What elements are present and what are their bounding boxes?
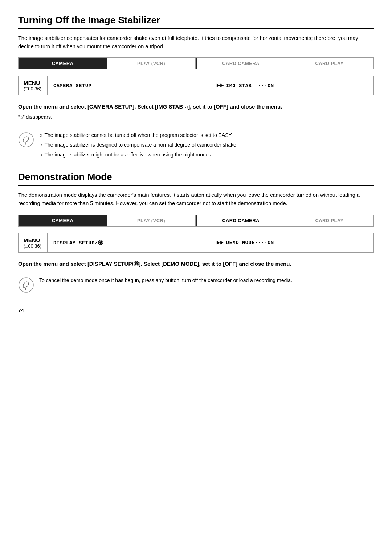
menu-item2-2-text: DEMO MODE····ON bbox=[226, 240, 274, 245]
menu-item2-2: ►► DEMO MODE····ON bbox=[211, 233, 374, 252]
note-icon-1 bbox=[18, 132, 34, 148]
menu-label-1: MENU (□00 36) bbox=[19, 76, 48, 95]
section1-intro: The image stabilizer compensates for cam… bbox=[18, 34, 374, 51]
mode-play-vcr-1: PLAY (VCR) bbox=[107, 58, 196, 69]
menu-arrow-1: ►► bbox=[217, 82, 224, 89]
bullet-2: ○ bbox=[39, 141, 42, 149]
section2-title: Demonstration Mode bbox=[18, 171, 374, 186]
menu-item1-1: CAMERA SETUP bbox=[48, 76, 211, 95]
mode-card-camera-2: CARD CAMERA bbox=[197, 215, 285, 226]
bullet-3: ○ bbox=[39, 151, 42, 159]
menu-arrow-2: ►► bbox=[217, 240, 224, 246]
note-text-1: The image stabilizer cannot be turned of… bbox=[44, 131, 233, 139]
menu-word-1: MENU bbox=[24, 80, 42, 86]
note-text-3: The image stabilizer might not be as eff… bbox=[44, 151, 212, 159]
mode-camera-2: CAMERA bbox=[19, 215, 107, 226]
mode-card-play-1: CARD PLAY bbox=[285, 58, 373, 69]
section2-menu-row: MENU (□00 36) DISPLAY SETUP/ⓔ ►► DEMO MO… bbox=[18, 233, 374, 253]
page-number: 74 bbox=[18, 307, 374, 313]
section2-instruction: Open the menu and select [DISPLAY SETUP/… bbox=[18, 260, 374, 268]
mode-play-vcr-2: PLAY (VCR) bbox=[107, 215, 196, 226]
svg-point-0 bbox=[19, 133, 33, 147]
note-item-3: ○ The image stabilizer might not be as e… bbox=[39, 151, 238, 159]
note-icon-2 bbox=[18, 277, 34, 293]
note-item-1: ○ The image stabilizer cannot be turned … bbox=[39, 131, 238, 139]
mode-camera-1: CAMERA bbox=[19, 58, 107, 69]
note-text-2: The image stabilizer is designed to comp… bbox=[44, 141, 237, 149]
menu-item1-2: DISPLAY SETUP/ⓔ bbox=[48, 233, 211, 252]
section2-intro: The demonstration mode displays the camc… bbox=[18, 191, 374, 208]
note-item-2: ○ The image stabilizer is designed to co… bbox=[39, 141, 238, 149]
section1-modebar: CAMERA PLAY (VCR) CARD CAMERA CARD PLAY bbox=[18, 57, 374, 69]
section2-note: To cancel the demo mode once it has begu… bbox=[18, 271, 374, 293]
section1-disappears: “♫” disappears. bbox=[18, 114, 374, 120]
menu-word-2: MENU bbox=[24, 237, 42, 243]
menu-sub-1: (□00 36) bbox=[24, 86, 42, 91]
bullet-1: ○ bbox=[39, 131, 42, 139]
menu-item2-1-text: IMG STAB ···ON bbox=[226, 83, 274, 89]
svg-point-1 bbox=[25, 143, 26, 144]
section1-instruction: Open the menu and select [CAMERA SETUP].… bbox=[18, 103, 374, 111]
section2-note-text: To cancel the demo mode once it has begu… bbox=[39, 276, 292, 285]
menu-sub-2: (□00 36) bbox=[24, 243, 42, 249]
svg-point-3 bbox=[25, 289, 26, 290]
mode-card-play-2: CARD PLAY bbox=[285, 215, 373, 226]
mode-card-camera-1: CARD CAMERA bbox=[197, 58, 285, 69]
section1-title: Turning Off the Image Stabilizer bbox=[18, 15, 374, 29]
menu-label-2: MENU (□00 36) bbox=[19, 233, 48, 252]
menu-item2-1: ►► IMG STAB ···ON bbox=[211, 76, 374, 95]
section1-menu-row: MENU (□00 36) CAMERA SETUP ►► IMG STAB ·… bbox=[18, 76, 374, 95]
svg-point-2 bbox=[19, 278, 33, 292]
section2-modebar: CAMERA PLAY (VCR) CARD CAMERA CARD PLAY bbox=[18, 215, 374, 227]
section1-notes: ○ The image stabilizer cannot be turned … bbox=[18, 126, 374, 160]
section1-note-content: ○ The image stabilizer cannot be turned … bbox=[39, 131, 238, 160]
